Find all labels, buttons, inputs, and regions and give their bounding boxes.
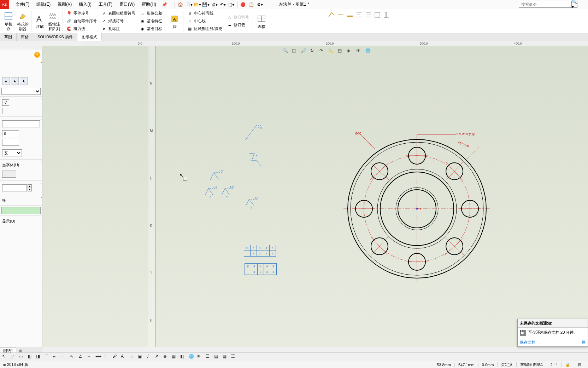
menu-help[interactable]: 帮助(H) [138, 1, 160, 7]
visibility-icon[interactable]: ◈ [347, 48, 354, 54]
format-painter-button[interactable]: 格式涂刷器 [16, 11, 30, 32]
3d-icon[interactable]: ◨ [36, 354, 42, 360]
align-l-icon[interactable]: ≡ [197, 354, 204, 360]
help-icon[interactable]: ? [34, 52, 40, 58]
table2-icon[interactable]: ▦ [223, 354, 229, 360]
globe2-icon[interactable]: 🌐 [189, 354, 195, 360]
spinner-down-icon[interactable]: ▼ [28, 188, 32, 191]
centerline-button[interactable]: ⊖中心线 [187, 18, 222, 25]
datum2-icon[interactable]: ▣ [138, 354, 144, 360]
surface-symbol-2[interactable]: x [247, 152, 265, 169]
layer-icon[interactable]: ▤ [338, 48, 345, 54]
hatch2-icon[interactable]: ▦ [172, 354, 178, 360]
section-view-icon[interactable]: 📐 [329, 48, 336, 54]
cross-dropdown[interactable]: 叉 [2, 149, 22, 156]
drawing-canvas[interactable]: N M L K J H 🔍 ⬚ 🔎 ↻ ↷ 📐 ▤ ◈ 👁 🌐 ↖ 1.5 x … [42, 46, 588, 347]
search-input[interactable] [519, 1, 572, 8]
panel-input-3[interactable] [2, 139, 19, 146]
tab-sketch[interactable]: 草图 [0, 33, 17, 41]
align3-icon[interactable] [374, 11, 381, 18]
surface-symbol-4[interactable]: 1.5x 1.5c [203, 184, 239, 199]
rect-icon[interactable]: ▭ [19, 354, 25, 360]
block2-icon[interactable]: ◧ [180, 354, 187, 360]
settings-icon[interactable]: ⚙▾ [256, 1, 264, 8]
block-button[interactable]: A 块 [167, 13, 182, 29]
angle-input[interactable] [2, 184, 27, 191]
line-format-icon[interactable] [337, 11, 344, 18]
pin-icon[interactable]: 📌 [162, 2, 167, 7]
linear-pattern-button[interactable]: AAAAAA 线性注释阵列 [47, 11, 61, 32]
menu-view[interactable]: 视图(V) [54, 1, 75, 7]
layer-dropdown[interactable] [1, 207, 41, 214]
font-checkbox[interactable]: 当字体(U) [1, 161, 41, 169]
eye-icon[interactable]: 👁 [356, 48, 363, 54]
weld-symbol-button[interactable]: ↗焊接符号 [101, 18, 135, 25]
center2-icon[interactable]: ⊕ [163, 354, 170, 360]
auto-balloon-button[interactable]: 🔗自动零件序号 [66, 18, 97, 25]
globe-icon[interactable]: 🌐 [365, 48, 372, 54]
undo-icon[interactable]: ↶▾ [219, 1, 227, 8]
tab-sheet-format[interactable]: 图纸格式 [77, 33, 102, 41]
magnetic-line-button[interactable]: 🧲磁力线 [66, 25, 97, 33]
sqrt-icon[interactable]: √ [2, 99, 9, 106]
save-document-link[interactable]: 保存文档 [520, 340, 535, 345]
flange-drawing-view[interactable]: Ø80 8 x Ø18 贯穿 45° TYP [336, 127, 498, 291]
revision-cloud-button[interactable]: ☁修订云 [227, 22, 249, 29]
panel-input-2[interactable] [2, 130, 19, 137]
star-icon-2[interactable]: ★ [11, 77, 19, 85]
horiz-icon[interactable]: ⟷ [95, 354, 102, 360]
menu-window[interactable]: 窗口(W) [116, 1, 138, 7]
weld2-icon[interactable]: ↗ [155, 354, 161, 360]
mini-table-2[interactable]: ◎4444 3333 [245, 263, 277, 275]
menu-insert[interactable]: 插入(I) [75, 1, 95, 7]
tab-addins[interactable]: SOLIDWORKS 插件 [33, 33, 77, 41]
star-icon-1[interactable]: ★ [2, 77, 10, 85]
align-r-icon[interactable]: ☰ [206, 354, 212, 360]
tab-evaluate[interactable]: 评估 [17, 33, 33, 41]
menu-edit[interactable]: 编辑(E) [33, 1, 54, 7]
align4-icon[interactable] [383, 11, 390, 18]
gtol-button[interactable]: ▭形位公差 [140, 10, 162, 17]
new-icon[interactable]: 📄▾ [185, 1, 193, 8]
format-icon[interactable] [328, 11, 335, 18]
note-button[interactable]: A 注解 [33, 13, 47, 29]
star-icon-3[interactable]: ★ [20, 77, 28, 85]
font-button[interactable] [2, 171, 16, 178]
zoom-icon[interactable]: 🔎 [301, 48, 308, 54]
surface-finish-button[interactable]: √表面粗糙度符号 [101, 10, 135, 17]
spline-icon[interactable]: ∿ [70, 354, 76, 360]
home-icon[interactable]: 🏠 [177, 1, 184, 8]
balloon-button[interactable]: 🎈零件序号 [66, 10, 97, 17]
arc-icon[interactable]: ⌒ [45, 354, 51, 360]
zoom-area-icon[interactable]: ⬚ [292, 48, 299, 54]
zoom-fit-icon[interactable]: 🔍 [283, 48, 290, 54]
cursor-select-icon[interactable]: ↖ [2, 354, 8, 360]
angle-icon[interactable]: ∠ [78, 354, 85, 360]
options-list-icon[interactable]: 📋 [248, 1, 255, 8]
color-icon[interactable] [346, 11, 353, 18]
style-dropdown[interactable] [1, 88, 41, 95]
corner-icon[interactable]: ⌐ [53, 354, 59, 360]
display-checkbox[interactable]: 显示(U) [1, 217, 41, 225]
datum-feature-button[interactable]: ▣基准特征 [140, 18, 162, 25]
spinner-up-icon[interactable]: ▲ [28, 184, 32, 188]
redo-view-icon[interactable]: ↷ [319, 48, 327, 54]
dim-icon[interactable]: ↔ [87, 354, 93, 360]
save-icon[interactable]: 💾▾ [202, 1, 210, 8]
rotate-view-icon[interactable]: ↻ [310, 48, 317, 54]
open-icon[interactable]: 📂▾ [194, 1, 201, 8]
align1-icon[interactable] [355, 11, 363, 18]
zoom-status[interactable]: 2 : 1 [547, 363, 561, 367]
lock-icon[interactable]: 🔒 [561, 362, 574, 367]
bom-icon[interactable]: ☷ [231, 354, 237, 360]
save-other-link[interactable]: 保 [582, 340, 586, 345]
align2-icon[interactable] [365, 11, 372, 18]
print-icon[interactable]: 🖨▾ [211, 1, 218, 8]
center-mark-button[interactable]: ⊕中心符号线 [187, 10, 222, 17]
menu-tools[interactable]: 工具(T) [95, 1, 116, 7]
surface-symbol-5[interactable]: 1.52 [244, 196, 261, 209]
area-hatch-button[interactable]: ▦区域剖面线/填充 [187, 25, 222, 33]
select-icon[interactable]: ⬚▾ [228, 1, 235, 8]
menu-file[interactable]: 文件(F) [12, 1, 33, 7]
surface-symbol-1[interactable]: 1.5 [244, 124, 265, 143]
